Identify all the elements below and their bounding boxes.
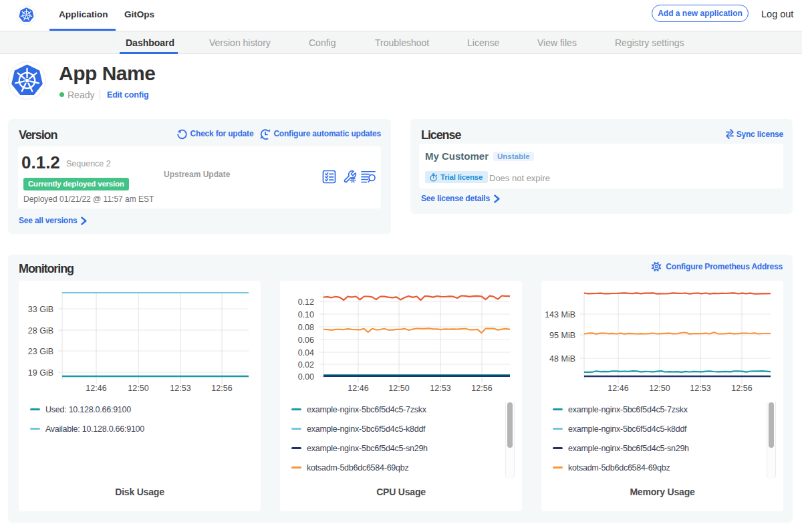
svg-text:0.12: 0.12 — [298, 297, 314, 307]
svg-text:12:50: 12:50 — [649, 384, 670, 393]
svg-text:19 GiB: 19 GiB — [28, 368, 53, 378]
svg-text:12:53: 12:53 — [170, 384, 190, 393]
svg-text:0.04: 0.04 — [298, 348, 314, 358]
svg-text:0.06: 0.06 — [298, 336, 314, 345]
svg-text:12:50: 12:50 — [128, 384, 148, 393]
svg-text:12:46: 12:46 — [608, 384, 628, 393]
svg-text:95 MiB: 95 MiB — [549, 331, 575, 340]
svg-text:23 GiB: 23 GiB — [28, 347, 53, 356]
svg-text:0.10: 0.10 — [298, 310, 314, 319]
svg-text:12:56: 12:56 — [731, 384, 752, 393]
svg-text:12:46: 12:46 — [348, 384, 368, 393]
svg-text:33 GiB: 33 GiB — [28, 305, 53, 314]
svg-text:0.02: 0.02 — [298, 360, 314, 370]
svg-text:12:50: 12:50 — [388, 384, 409, 393]
svg-text:12:56: 12:56 — [211, 384, 232, 393]
svg-text:12:53: 12:53 — [430, 384, 450, 393]
svg-text:28 GiB: 28 GiB — [28, 326, 53, 336]
svg-text:0.08: 0.08 — [298, 323, 314, 332]
svg-text:12:53: 12:53 — [690, 384, 710, 393]
svg-text:48 MiB: 48 MiB — [549, 354, 575, 364]
svg-text:12:56: 12:56 — [471, 384, 492, 393]
svg-text:12:46: 12:46 — [86, 384, 106, 393]
svg-text:0.00: 0.00 — [298, 372, 314, 382]
svg-text:143 MiB: 143 MiB — [545, 310, 575, 319]
